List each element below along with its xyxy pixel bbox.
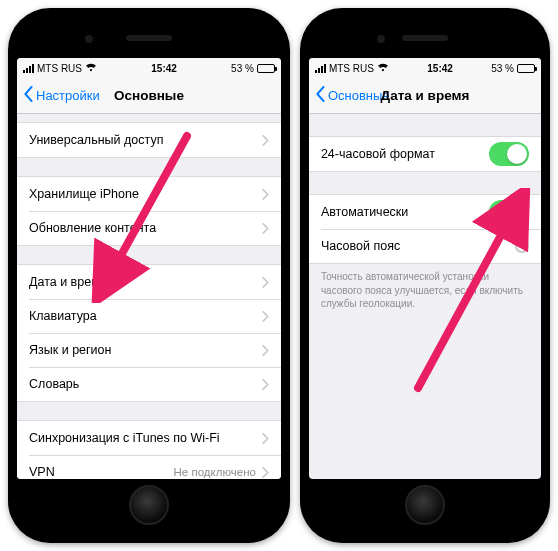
- carrier-label: MTS RUS: [329, 63, 374, 74]
- back-button[interactable]: Настройки: [23, 86, 100, 105]
- home-button-area: [17, 479, 281, 531]
- row-background-refresh[interactable]: Обновление контента: [17, 211, 281, 245]
- chevron-right-icon: [262, 189, 269, 200]
- group-footer-note: Точность автоматической установки часово…: [309, 264, 541, 311]
- row-label: VPN: [29, 465, 174, 479]
- wifi-icon: [85, 62, 97, 74]
- chevron-right-icon: [262, 135, 269, 146]
- status-time: 15:42: [427, 63, 453, 74]
- row-label: Дата и время: [29, 275, 262, 289]
- back-button[interactable]: Основные: [315, 86, 390, 105]
- row-label: Автоматически: [321, 205, 489, 219]
- row-timezone[interactable]: Часовой пояс: [309, 229, 541, 263]
- row-iphone-storage[interactable]: Хранилище iPhone: [17, 177, 281, 211]
- signal-icon: [315, 64, 326, 73]
- battery-pct: 53 %: [491, 63, 514, 74]
- toggle-set-automatically[interactable]: [489, 200, 529, 224]
- wifi-icon: [377, 62, 389, 74]
- chevron-right-icon: [262, 379, 269, 390]
- carrier-label: MTS RUS: [37, 63, 82, 74]
- chevron-right-icon: [262, 345, 269, 356]
- battery-icon: [517, 64, 535, 73]
- row-label: Словарь: [29, 377, 262, 391]
- screen-right: MTS RUS 15:42 53 % Основные Дата и время: [309, 58, 541, 479]
- row-label: Универсальный доступ: [29, 133, 262, 147]
- row-dictionary[interactable]: Словарь: [17, 367, 281, 401]
- chevron-left-icon: [315, 86, 326, 105]
- row-label: Хранилище iPhone: [29, 187, 262, 201]
- row-label: Обновление контента: [29, 221, 262, 235]
- nav-bar: Основные Дата и время: [309, 78, 541, 114]
- home-button[interactable]: [129, 485, 169, 525]
- battery-icon: [257, 64, 275, 73]
- chevron-right-icon: [262, 467, 269, 478]
- row-keyboard[interactable]: Клавиатура: [17, 299, 281, 333]
- home-button[interactable]: [405, 485, 445, 525]
- signal-icon: [23, 64, 34, 73]
- toggle-24h-format[interactable]: [489, 142, 529, 166]
- nav-bar: Настройки Основные: [17, 78, 281, 114]
- chevron-right-icon: [262, 433, 269, 444]
- phone-top-bar: [17, 18, 281, 58]
- iphone-mockup-left: MTS RUS 15:42 53 % Настройки Основные: [8, 8, 290, 543]
- phone-top-bar: [309, 18, 541, 58]
- iphone-mockup-right: MTS RUS 15:42 53 % Основные Дата и время: [300, 8, 550, 543]
- chevron-right-icon: [262, 277, 269, 288]
- row-label: Язык и регион: [29, 343, 262, 357]
- row-24h-format[interactable]: 24-часовой формат: [309, 137, 541, 171]
- loading-spinner-icon: [515, 239, 529, 253]
- back-label: Основные: [328, 88, 390, 103]
- screen-left: MTS RUS 15:42 53 % Настройки Основные: [17, 58, 281, 479]
- row-itunes-wifi-sync[interactable]: Синхронизация с iTunes по Wi-Fi: [17, 421, 281, 455]
- row-label: 24-часовой формат: [321, 147, 489, 161]
- chevron-left-icon: [23, 86, 34, 105]
- status-time: 15:42: [151, 63, 177, 74]
- row-vpn[interactable]: VPN Не подключено: [17, 455, 281, 479]
- row-set-automatically[interactable]: Автоматически: [309, 195, 541, 229]
- home-button-area: [309, 479, 541, 531]
- row-language-region[interactable]: Язык и регион: [17, 333, 281, 367]
- row-date-time[interactable]: Дата и время: [17, 265, 281, 299]
- row-label: Клавиатура: [29, 309, 262, 323]
- row-label: Синхронизация с iTunes по Wi-Fi: [29, 431, 262, 445]
- settings-list[interactable]: 24-часовой формат Автоматически Часовой …: [309, 114, 541, 479]
- settings-list[interactable]: Универсальный доступ Хранилище iPhone Об…: [17, 114, 281, 479]
- status-bar: MTS RUS 15:42 53 %: [17, 58, 281, 78]
- status-bar: MTS RUS 15:42 53 %: [309, 58, 541, 78]
- back-label: Настройки: [36, 88, 100, 103]
- chevron-right-icon: [262, 311, 269, 322]
- row-value: Не подключено: [174, 466, 256, 478]
- row-accessibility[interactable]: Универсальный доступ: [17, 123, 281, 157]
- chevron-right-icon: [262, 223, 269, 234]
- battery-pct: 53 %: [231, 63, 254, 74]
- row-label: Часовой пояс: [321, 239, 515, 253]
